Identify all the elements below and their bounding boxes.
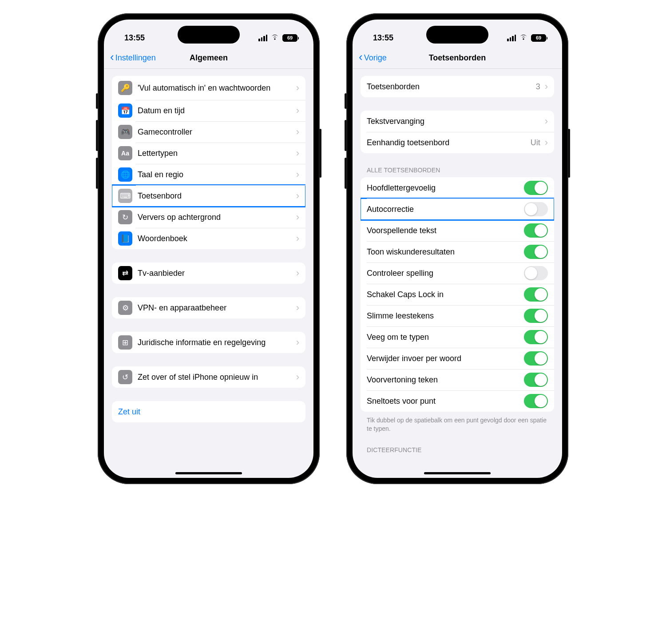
chevron-right-icon: ›	[545, 137, 548, 148]
row-label: Sneltoets voor punt	[367, 396, 524, 406]
row-label: Datum en tijd	[138, 106, 294, 116]
font-icon: Aa	[118, 146, 132, 160]
settings-content[interactable]: Toetsenborden3›Tekstvervanging›Eenhandig…	[353, 69, 562, 478]
settings-row[interactable]: AaLettertypen›	[112, 143, 305, 164]
settings-toggle-row[interactable]: Toon wiskunderesultaten	[361, 241, 554, 262]
row-label: Tekstvervanging	[367, 116, 543, 127]
chevron-right-icon: ›	[296, 267, 299, 279]
row-label: Hoofdlettergevoelig	[367, 183, 524, 193]
settings-toggle-row[interactable]: Hoofdlettergevoelig	[361, 177, 554, 199]
row-label: Juridische informatie en regelgeving	[138, 338, 294, 348]
status-time: 13:55	[373, 33, 393, 43]
toggle-switch[interactable]	[524, 309, 548, 323]
globe-icon: 🌐	[118, 167, 132, 182]
row-label: Slimme leestekens	[367, 311, 524, 321]
settings-toggle-row[interactable]: Voorvertoning teken	[361, 369, 554, 390]
chevron-right-icon: ›	[545, 115, 548, 127]
chevron-right-icon: ›	[296, 190, 299, 202]
nav-divider	[353, 68, 562, 69]
home-indicator[interactable]	[424, 472, 491, 474]
toggle-switch[interactable]	[524, 351, 548, 366]
settings-group: Zet uit	[112, 401, 305, 422]
signal-icon	[507, 35, 516, 41]
keyboard-icon: ⌨	[118, 189, 132, 203]
settings-toggle-row[interactable]: Voorspellende tekst	[361, 220, 554, 241]
section-header: DICTEERFUNCTIE	[361, 446, 554, 457]
row-label: Toetsenbord	[138, 191, 294, 201]
settings-group: Toetsenborden3›	[361, 76, 554, 97]
gear-icon: ⚙	[118, 301, 132, 315]
settings-toggle-row[interactable]: Slimme leestekens	[361, 305, 554, 326]
toggle-switch[interactable]	[524, 373, 548, 387]
settings-content[interactable]: 🔑'Vul automatisch in' en wachtwoorden›📅D…	[104, 69, 313, 478]
chevron-left-icon: ‹	[110, 50, 114, 64]
row-label: Zet uit	[118, 407, 299, 417]
back-button[interactable]: ‹ Instellingen	[110, 52, 156, 64]
home-indicator[interactable]	[175, 472, 242, 474]
chevron-right-icon: ›	[296, 105, 299, 116]
settings-row[interactable]: 📘Woordenboek›	[112, 228, 305, 249]
row-label: Verwijder invoer per woord	[367, 354, 524, 364]
settings-toggle-row[interactable]: Sneltoets voor punt	[361, 390, 554, 412]
chevron-right-icon: ›	[296, 233, 299, 244]
nav-bar: ‹ Instellingen Algemeen	[104, 47, 313, 68]
settings-toggle-row[interactable]: Controleer spelling	[361, 262, 554, 284]
side-button	[345, 120, 347, 151]
settings-row[interactable]: ↺Zet over of stel iPhone opnieuw in›	[112, 366, 305, 388]
row-label: 'Vul automatisch in' en wachtwoorden	[138, 81, 294, 95]
toggle-switch[interactable]	[524, 202, 548, 216]
row-label: Tv-aanbieder	[138, 268, 294, 278]
settings-link-row[interactable]: Zet uit	[112, 401, 305, 422]
settings-row[interactable]: ⇄Tv-aanbieder›	[112, 262, 305, 284]
settings-row[interactable]: 📅Datum en tijd›	[112, 100, 305, 121]
settings-toggle-row[interactable]: Verwijder invoer per woord	[361, 348, 554, 369]
row-label: Lettertypen	[138, 148, 294, 159]
gamepad-icon: 🎮	[118, 125, 132, 139]
phone-left: 13:55 69 ‹ Instellingen Algemeen 🔑'Vul a…	[98, 13, 320, 484]
status-right: 69	[258, 34, 297, 42]
settings-row[interactable]: 🔑'Vul automatisch in' en wachtwoorden›	[112, 76, 305, 100]
settings-row[interactable]: Eenhandig toetsenbordUit›	[361, 132, 554, 153]
phone-right: 13:55 69 ‹ Vorige Toetsenborden Toetsenb…	[346, 13, 568, 484]
toggle-switch[interactable]	[524, 287, 548, 302]
chevron-right-icon: ›	[545, 81, 548, 92]
signal-icon	[258, 35, 267, 41]
settings-row[interactable]: ⊞Juridische informatie en regelgeving›	[112, 332, 305, 353]
section-header: ALLE TOETSENBORDEN	[361, 167, 554, 177]
side-button	[319, 129, 321, 178]
chevron-right-icon: ›	[296, 337, 299, 348]
back-button[interactable]: ‹ Vorige	[359, 52, 387, 64]
settings-toggle-row[interactable]: Schakel Caps Lock in	[361, 284, 554, 305]
toggle-switch[interactable]	[524, 266, 548, 280]
side-button	[345, 158, 347, 189]
toggle-switch[interactable]	[524, 181, 548, 195]
row-label: Zet over of stel iPhone opnieuw in	[138, 372, 294, 382]
settings-toggle-row[interactable]: Autocorrectie	[361, 199, 554, 220]
settings-row[interactable]: ↻Ververs op achtergrond›	[112, 207, 305, 228]
side-button	[96, 158, 98, 189]
toggle-switch[interactable]	[524, 394, 548, 408]
settings-row[interactable]: Toetsenborden3›	[361, 76, 554, 97]
row-value: 3	[536, 82, 540, 91]
toggle-switch[interactable]	[524, 223, 548, 238]
screen-right: 13:55 69 ‹ Vorige Toetsenborden Toetsenb…	[353, 20, 562, 478]
settings-row[interactable]: Tekstvervanging›	[361, 111, 554, 132]
side-button	[96, 93, 98, 109]
row-label: Veeg om te typen	[367, 332, 524, 342]
reset-icon: ↺	[118, 370, 132, 384]
nav-bar: ‹ Vorige Toetsenborden	[353, 47, 562, 68]
settings-toggle-row[interactable]: Veeg om te typen	[361, 326, 554, 348]
toggle-switch[interactable]	[524, 245, 548, 259]
settings-row[interactable]: ⚙VPN- en apparaatbeheer›	[112, 297, 305, 318]
row-label: Eenhandig toetsenbord	[367, 138, 531, 148]
settings-row[interactable]: 🎮Gamecontroller›	[112, 121, 305, 143]
dynamic-island	[426, 26, 488, 44]
row-label: Gamecontroller	[138, 127, 294, 137]
row-label: Voorvertoning teken	[367, 375, 524, 385]
side-button	[96, 120, 98, 151]
calendar-icon: 📅	[118, 103, 132, 118]
settings-row[interactable]: 🌐Taal en regio›	[112, 164, 305, 185]
toggle-switch[interactable]	[524, 330, 548, 344]
settings-row[interactable]: ⌨Toetsenbord›	[112, 185, 305, 207]
row-label: Toon wiskunderesultaten	[367, 247, 524, 257]
